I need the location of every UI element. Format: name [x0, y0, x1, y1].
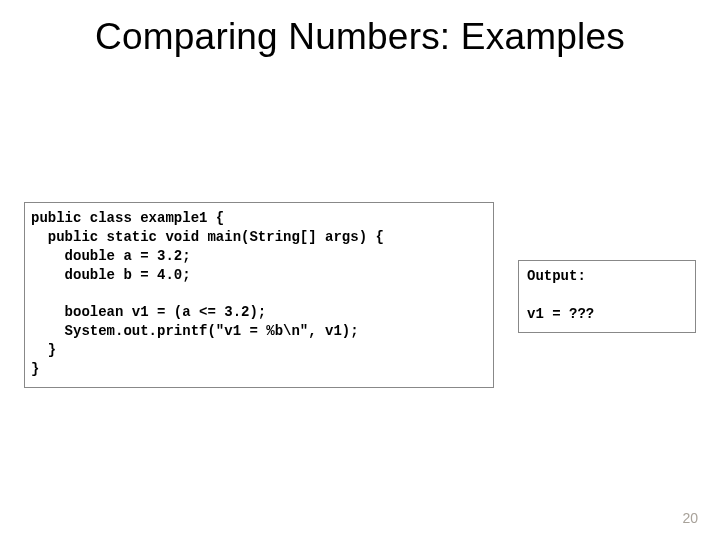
output-block: Output: v1 = ???	[518, 260, 696, 333]
slide: Comparing Numbers: Examples public class…	[0, 0, 720, 540]
slide-title: Comparing Numbers: Examples	[0, 16, 720, 58]
page-number: 20	[682, 510, 698, 526]
code-block: public class example1 { public static vo…	[24, 202, 494, 388]
